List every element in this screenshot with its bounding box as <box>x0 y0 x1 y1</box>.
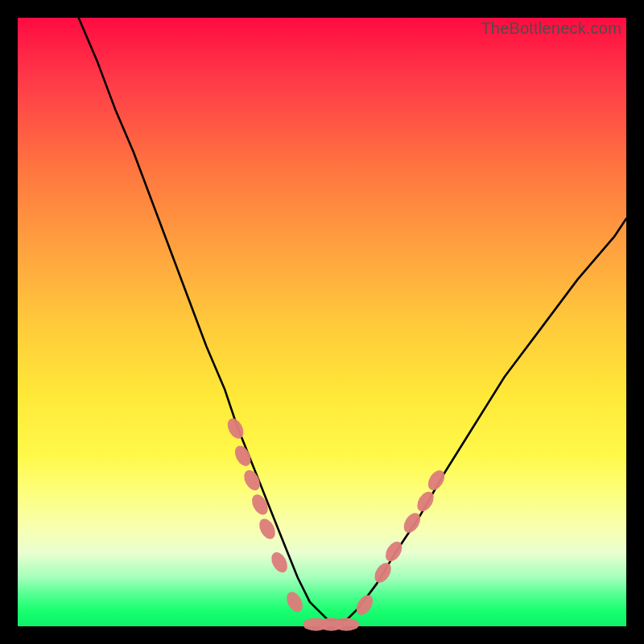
curve-marker <box>241 468 263 493</box>
curve-marker <box>268 550 291 576</box>
markers-layer <box>18 18 626 626</box>
plot-area: TheBottleneck.com <box>18 18 626 626</box>
curve-marker <box>225 415 247 441</box>
curve-marker <box>371 560 394 586</box>
curve-marker <box>256 516 279 542</box>
curve-marker <box>382 539 406 564</box>
curve-marker <box>283 589 306 615</box>
curve-marker <box>414 489 437 514</box>
curve-marker <box>425 468 448 493</box>
curve-marker <box>249 492 271 518</box>
curve-marker <box>333 618 359 631</box>
curve-marker <box>353 592 377 618</box>
figure-root: TheBottleneck.com <box>0 0 644 644</box>
curve-marker <box>401 510 424 536</box>
curve-marker <box>232 443 254 469</box>
watermark-text: TheBottleneck.com <box>481 19 621 38</box>
